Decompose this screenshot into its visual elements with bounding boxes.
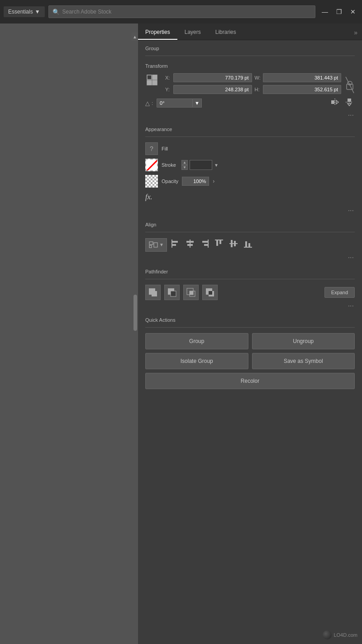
group-section: Group [145, 46, 355, 56]
opacity-label: Opacity [162, 179, 178, 184]
pathfinder-more-icon[interactable]: ··· [145, 302, 355, 310]
h-input[interactable] [263, 85, 342, 94]
align-to-button[interactable]: ▼ [145, 238, 167, 252]
svg-rect-17 [172, 241, 178, 243]
pathfinder-section: Pathfinder [145, 269, 355, 310]
transform-grid-icon[interactable] [145, 73, 162, 89]
tab-libraries[interactable]: Libraries [208, 25, 243, 40]
panel-more-icon[interactable]: » [349, 25, 362, 40]
ungroup-button[interactable]: Ungroup [252, 333, 355, 349]
h-field: H: [255, 85, 342, 94]
align-section: Align ▼ [145, 222, 355, 262]
appearance-more-icon[interactable]: ··· [145, 207, 355, 215]
svg-rect-23 [202, 241, 208, 243]
group-title: Group [145, 46, 355, 51]
window-controls: — ❐ ✕ [319, 7, 358, 16]
rotate-input-wrap: ▼ [157, 99, 202, 108]
svg-rect-29 [231, 240, 233, 247]
align-buttons-row: ▼ [145, 238, 355, 252]
x-input[interactable] [173, 73, 252, 82]
pathfinder-unite-button[interactable] [145, 285, 161, 300]
quick-actions-grid: Group Ungroup Isolate Group Save as Symb… [145, 333, 355, 389]
svg-rect-21 [187, 244, 193, 246]
align-title: Align [145, 222, 355, 227]
svg-rect-30 [234, 241, 236, 246]
appearance-divider [145, 136, 355, 137]
stroke-options-button[interactable]: ▼ [214, 163, 219, 168]
minimize-button[interactable]: — [319, 7, 331, 16]
opacity-input[interactable] [182, 177, 209, 186]
quick-actions-divider [145, 327, 355, 328]
canvas-area: ▲ [0, 24, 138, 644]
panel-tabs: Properties Layers Libraries » [138, 24, 362, 40]
fx-row: fx. [145, 191, 355, 203]
svg-rect-24 [204, 244, 208, 246]
stroke-decrement-button[interactable]: ▼ [181, 165, 188, 170]
close-button[interactable]: ✕ [348, 7, 358, 16]
fill-swatch[interactable]: ? [145, 142, 158, 155]
opacity-swatch[interactable] [145, 175, 158, 188]
right-panel: Properties Layers Libraries » Group Tran… [138, 24, 362, 644]
transform-more-icon[interactable]: ··· [145, 111, 355, 119]
fx-button[interactable]: fx. [145, 191, 152, 203]
stroke-spinner: ▲ ▼ [181, 160, 188, 170]
w-label: W: [255, 75, 261, 80]
essentials-button[interactable]: Essentials ▼ [4, 6, 45, 17]
pathfinder-intersect-button[interactable] [183, 285, 199, 300]
tab-properties[interactable]: Properties [138, 25, 177, 40]
group-button[interactable]: Group [145, 333, 248, 349]
svg-rect-10 [348, 99, 351, 102]
expand-button[interactable]: Expand [324, 287, 355, 298]
tab-layers[interactable]: Layers [177, 25, 208, 40]
isolate-group-button[interactable]: Isolate Group [145, 353, 248, 369]
opacity-expand-button[interactable]: › [213, 178, 214, 184]
svg-rect-40 [190, 291, 193, 295]
w-input[interactable] [263, 73, 342, 82]
svg-rect-1 [152, 75, 157, 80]
lock-icon[interactable] [345, 76, 355, 94]
quick-actions-title: Quick Actions [145, 317, 355, 323]
flip-vertical-button[interactable] [344, 97, 355, 109]
pathfinder-minus-front-button[interactable] [164, 285, 180, 300]
svg-rect-35 [152, 291, 157, 296]
scrollbar-thumb[interactable] [133, 295, 137, 331]
align-more-icon[interactable]: ··· [145, 254, 355, 262]
pathfinder-exclude-button[interactable] [202, 285, 218, 300]
h-label: H: [255, 87, 261, 92]
fill-row: ? Fill [145, 142, 355, 155]
x-label: X: [165, 75, 171, 80]
group-divider [145, 56, 355, 56]
svg-rect-7 [331, 100, 334, 104]
svg-rect-2 [147, 80, 152, 85]
search-bar[interactable]: 🔍 Search Adobe Stock [48, 5, 315, 18]
svg-marker-9 [336, 100, 338, 104]
pathfinder-divider [145, 279, 355, 279]
align-center-v-button[interactable] [228, 238, 239, 252]
stroke-controls: ▲ ▼ ▼ [181, 160, 219, 170]
stroke-increment-button[interactable]: ▲ [181, 160, 188, 165]
svg-rect-32 [245, 241, 247, 247]
watermark-globe-icon [323, 630, 332, 639]
essentials-label: Essentials [8, 9, 33, 15]
recolor-button[interactable]: Recolor [145, 373, 355, 389]
flip-horizontal-button[interactable] [329, 97, 340, 109]
panel-collapse-button[interactable]: ▲ [132, 33, 138, 41]
stroke-swatch[interactable] [145, 159, 158, 171]
align-bottom-button[interactable] [242, 238, 254, 252]
svg-rect-0 [147, 75, 152, 80]
align-left-button[interactable] [170, 238, 181, 252]
align-top-button[interactable] [213, 238, 225, 252]
rotate-dropdown-button[interactable]: ▼ [193, 99, 202, 108]
transform-title: Transform [145, 63, 355, 69]
align-right-button[interactable] [199, 238, 210, 252]
stroke-color-box[interactable] [190, 160, 212, 170]
align-dropdown-arrow: ▼ [159, 242, 164, 247]
svg-rect-13 [149, 242, 153, 244]
save-as-symbol-button[interactable]: Save as Symbol [252, 353, 355, 369]
align-center-h-button[interactable] [184, 238, 196, 252]
y-input[interactable] [173, 85, 252, 94]
rotate-input[interactable] [157, 99, 193, 108]
restore-button[interactable]: ❐ [333, 7, 345, 16]
align-divider [145, 232, 355, 232]
appearance-title: Appearance [145, 127, 355, 132]
